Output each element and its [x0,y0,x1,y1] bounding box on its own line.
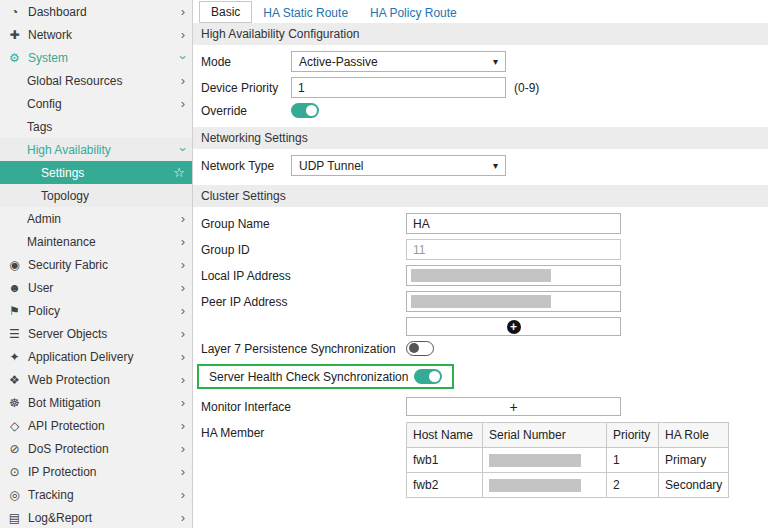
sidebar-item-tags[interactable]: Tags [0,115,192,138]
plus-circle-icon: + [507,320,521,334]
chevron-right-icon: › [181,258,185,271]
device-priority-input[interactable] [291,77,506,98]
sidebar-item-label: Global Resources [27,74,122,88]
sidebar-item-dashboard[interactable]: ◔Dashboard› [0,0,192,23]
group-name-input[interactable] [406,213,621,234]
monitor-interface-label: Monitor Interface [201,400,406,414]
chevron-right-icon: › [181,235,185,248]
api-protection-icon: ◇ [7,419,22,433]
monitor-interface-add-button[interactable]: + [406,397,621,416]
sidebar-item-ip-protection[interactable]: ⊙IP Protection› [0,460,192,483]
add-peer-ip-button[interactable]: + [406,317,621,336]
peer-ip-label: Peer IP Address [201,295,406,309]
sidebar: ◔Dashboard›✚Network›⚙System›Global Resou… [0,0,193,528]
section-header-ha-configuration: High Availability Configuration [193,23,768,45]
chevron-right-icon: › [181,281,185,294]
override-row: Override [201,103,768,118]
sidebar-item-api-protection[interactable]: ◇API Protection› [0,414,192,437]
l7-sync-toggle[interactable] [406,341,434,356]
host-name-cell: fwb2 [407,473,483,498]
group-name-label: Group Name [201,217,406,231]
tab-ha-policy-route[interactable]: HA Policy Route [359,3,468,23]
chevron-right-icon: › [181,5,185,18]
sidebar-item-label: Admin [27,212,61,226]
chevron-right-icon: › [181,396,185,409]
sidebar-item-global-resources[interactable]: Global Resources› [0,69,192,92]
dashboard-icon: ◔ [7,5,22,19]
sidebar-item-web-protection[interactable]: ❖Web Protection› [0,368,192,391]
system-icon: ⚙ [7,51,22,65]
application-delivery-icon: ✦ [7,350,22,364]
mode-select[interactable]: Active-Passive ▾ [291,51,506,72]
sidebar-item-network[interactable]: ✚Network› [0,23,192,46]
group-name-row: Group Name [201,213,768,234]
user-icon: ☻ [7,281,22,295]
chevron-right-icon: › [181,488,185,501]
main-content: Basic HA Static Route HA Policy Route Hi… [193,0,768,528]
sidebar-item-label: Security Fabric [28,258,108,272]
sidebar-item-label: Log&Report [28,511,92,525]
ha-role-cell: Primary [659,448,729,473]
tracking-icon: ◎ [7,488,22,502]
sidebar-item-security-fabric[interactable]: ◉Security Fabric› [0,253,192,276]
sidebar-item-label: Topology [41,189,89,203]
serial-number-header: Serial Number [483,423,607,448]
sidebar-item-tracking[interactable]: ◎Tracking› [0,483,192,506]
dropdown-arrow-icon: ▾ [493,160,498,171]
sidebar-item-label: Policy [28,304,60,318]
host-name-cell: fwb1 [407,448,483,473]
peer-ip-row: Peer IP Address [201,291,768,312]
tab-bar: Basic HA Static Route HA Policy Route [193,0,768,23]
priority-header: Priority [607,423,659,448]
sidebar-item-topology[interactable]: Topology [0,184,192,207]
sidebar-item-user[interactable]: ☻User› [0,276,192,299]
sidebar-item-system[interactable]: ⚙System› [0,46,192,69]
device-priority-hint: (0-9) [514,81,539,95]
section-header-networking-settings: Networking Settings [193,127,768,149]
network-type-select[interactable]: UDP Tunnel ▾ [291,155,506,176]
network-type-value: UDP Tunnel [299,159,363,173]
networking-form: Network Type UDP Tunnel ▾ [193,155,768,176]
app-window: ◔Dashboard›✚Network›⚙System›Global Resou… [0,0,768,528]
chevron-right-icon: › [181,511,185,524]
sidebar-item-policy[interactable]: ⚑Policy› [0,299,192,322]
sidebar-item-log-report[interactable]: ▤Log&Report› [0,506,192,528]
health-sync-toggle[interactable] [414,369,442,384]
network-icon: ✚ [7,28,22,42]
sidebar-item-config[interactable]: Config› [0,92,192,115]
chevron-right-icon: › [181,465,185,478]
local-ip-input[interactable] [406,265,621,286]
chevron-right-icon: › [181,327,185,340]
serial-number-cell [483,473,607,498]
l7-sync-label: Layer 7 Persistence Synchronization [201,342,406,356]
sidebar-item-application-delivery[interactable]: ✦Application Delivery› [0,345,192,368]
sidebar-item-maintenance[interactable]: Maintenance› [0,230,192,253]
tab-basic[interactable]: Basic [199,1,252,23]
override-toggle[interactable] [291,103,319,118]
chevron-right-icon: › [181,97,185,110]
redacted-serial-number [489,454,581,467]
monitor-interface-row: Monitor Interface + [201,397,768,416]
sidebar-item-bot-mitigation[interactable]: ☸Bot Mitigation› [0,391,192,414]
sidebar-item-label: Network [28,28,72,42]
star-icon: ☆ [173,165,185,180]
cluster-form: Group Name Group ID Local IP Address Pee… [193,213,768,498]
chevron-down-icon: › [176,147,189,151]
device-priority-row: Device Priority (0-9) [201,77,768,98]
sidebar-item-admin[interactable]: Admin› [0,207,192,230]
peer-ip-input[interactable] [406,291,621,312]
ha-member-row[interactable]: fwb22Secondary [407,473,729,498]
tab-ha-static-route[interactable]: HA Static Route [252,3,359,23]
override-label: Override [201,104,291,118]
sidebar-item-server-objects[interactable]: ☰Server Objects› [0,322,192,345]
sidebar-item-dos-protection[interactable]: ⊘DoS Protection› [0,437,192,460]
web-protection-icon: ❖ [7,373,22,387]
sidebar-item-high-availability[interactable]: High Availability› [0,138,192,161]
dropdown-arrow-icon: ▾ [493,56,498,67]
sidebar-item-settings[interactable]: Settings☆ [0,161,192,184]
sidebar-item-label: Application Delivery [28,350,133,364]
ha-member-table-head: Host Name Serial Number Priority HA Role [407,423,729,448]
redacted-local-ip [411,269,551,282]
chevron-right-icon: › [181,373,185,386]
ha-member-row[interactable]: fwb11Primary [407,448,729,473]
